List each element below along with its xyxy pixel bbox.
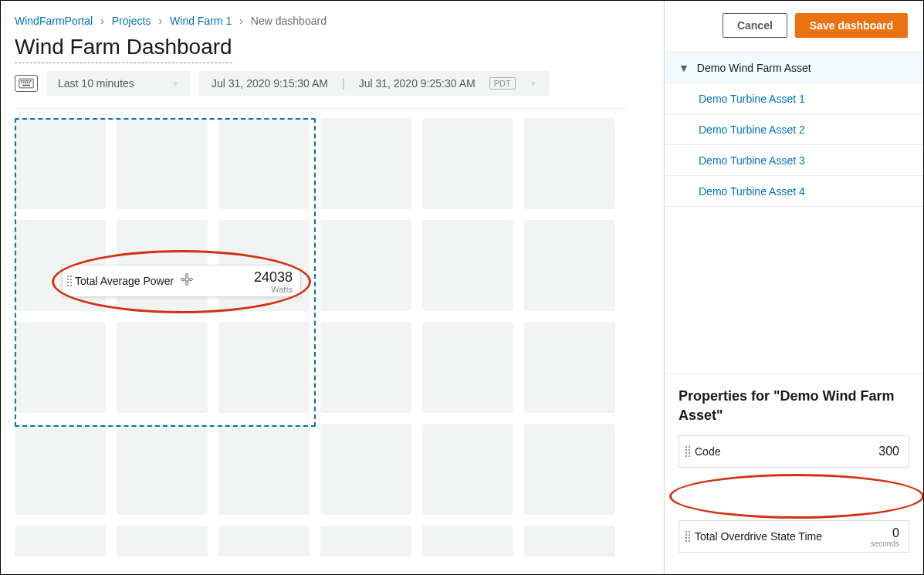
grid-cell[interactable]	[320, 526, 411, 556]
property-item-code[interactable]: Code 300	[679, 435, 909, 468]
grid-cell[interactable]	[320, 118, 411, 209]
cancel-button[interactable]: Cancel	[723, 13, 787, 38]
timezone-badge: PDT	[489, 77, 516, 90]
grid-cell[interactable]	[524, 220, 615, 311]
property-drag-placeholder	[679, 477, 909, 520]
grid-cell[interactable]	[524, 424, 615, 515]
asset-tree-item[interactable]: Demo Turbine Asset 4	[665, 176, 923, 207]
grid-cell[interactable]	[320, 424, 411, 515]
grid-cell[interactable]	[15, 322, 106, 413]
property-value: 300	[878, 445, 899, 458]
right-panel: Cancel Save dashboard ▼ Demo Wind Farm A…	[664, 1, 923, 574]
grid-cell[interactable]	[117, 424, 208, 515]
asset-tree-item[interactable]: Demo Turbine Asset 1	[665, 83, 923, 114]
keyboard-shortcuts-icon[interactable]	[15, 75, 38, 92]
breadcrumb-link-windfarm1[interactable]: Wind Farm 1	[170, 15, 232, 27]
move-cursor-icon	[180, 272, 194, 289]
dashboard-grid[interactable]: Total Average Power 24038 Watts	[15, 118, 647, 556]
grid-cell[interactable]	[524, 526, 615, 556]
property-unit: seconds	[871, 540, 899, 547]
asset-tree: ▼ Demo Wind Farm Asset Demo Turbine Asse…	[665, 52, 923, 207]
grid-cell[interactable]	[218, 424, 310, 515]
grid-cell[interactable]	[422, 220, 513, 311]
svg-rect-5	[29, 80, 30, 82]
collapse-triangle-icon[interactable]: ▼	[679, 62, 689, 74]
grid-cell[interactable]	[524, 322, 615, 413]
caret-down-icon: ▼	[171, 79, 179, 88]
time-range-controls: Last 10 minutes ▼ Jul 31, 2020 9:15:30 A…	[15, 71, 647, 96]
drag-handle-icon	[67, 276, 69, 286]
chevron-right-icon: ›	[158, 15, 162, 27]
range-start: Jul 31, 2020 9:15:30 AM	[212, 77, 328, 90]
asset-tree-item[interactable]: Demo Turbine Asset 3	[665, 145, 923, 176]
absolute-range-picker[interactable]: Jul 31, 2020 9:15:30 AM | Jul 31, 2020 9…	[199, 71, 550, 96]
svg-rect-9	[25, 82, 26, 83]
drag-handle-icon	[685, 531, 687, 542]
main-area: WindFarmPortal › Projects › Wind Farm 1 …	[1, 1, 664, 574]
grid-cell[interactable]	[422, 424, 513, 515]
grid-cell[interactable]	[422, 118, 513, 209]
grid-cell[interactable]	[524, 118, 615, 209]
properties-panel: Properties for "Demo Wind Farm Asset" Co…	[665, 374, 923, 574]
svg-rect-6	[30, 80, 32, 82]
panel-actions: Cancel Save dashboard	[665, 1, 923, 52]
properties-heading: Properties for "Demo Wind Farm Asset"	[679, 387, 909, 424]
svg-rect-2	[22, 80, 24, 82]
grid-cell[interactable]	[320, 220, 411, 311]
annotation-ellipse	[669, 474, 924, 519]
grid-cell[interactable]	[422, 526, 513, 556]
grid-cell[interactable]	[218, 322, 310, 413]
grid-cell[interactable]	[15, 424, 106, 515]
property-item-overdrive[interactable]: Total Overdrive State Time 0 seconds	[679, 520, 909, 553]
save-dashboard-button[interactable]: Save dashboard	[795, 13, 908, 38]
grid-cell[interactable]	[218, 118, 310, 209]
svg-rect-12	[22, 85, 30, 86]
dashboard-title-input[interactable]: Wind Farm Dashboard	[15, 35, 232, 63]
range-end: Jul 31, 2020 9:25:30 AM	[359, 77, 476, 90]
grid-cell[interactable]	[320, 322, 411, 413]
svg-rect-11	[29, 82, 30, 83]
chevron-right-icon: ›	[239, 15, 243, 27]
svg-rect-8	[23, 82, 25, 83]
grid-cell[interactable]	[218, 526, 310, 556]
asset-tree-root-label: Demo Wind Farm Asset	[697, 62, 811, 74]
chevron-right-icon: ›	[100, 15, 104, 27]
grid-cell[interactable]	[422, 322, 513, 413]
widget-label: Total Average Power	[75, 275, 174, 287]
dragged-property-widget[interactable]: Total Average Power 24038 Watts	[62, 265, 301, 297]
svg-rect-3	[25, 80, 26, 82]
grid-cell[interactable]	[15, 118, 106, 209]
drag-handle-icon	[685, 446, 687, 457]
svg-rect-4	[26, 80, 28, 82]
relative-range-select[interactable]: Last 10 minutes ▼	[47, 71, 190, 96]
property-name: Total Overdrive State Time	[695, 530, 822, 543]
relative-range-label: Last 10 minutes	[58, 77, 134, 90]
property-value: 0	[892, 526, 899, 539]
svg-rect-1	[21, 80, 22, 82]
svg-rect-10	[27, 82, 29, 83]
asset-tree-root[interactable]: ▼ Demo Wind Farm Asset	[665, 52, 923, 83]
property-name: Code	[695, 445, 720, 458]
grid-cell[interactable]	[15, 526, 106, 556]
asset-tree-item[interactable]: Demo Turbine Asset 2	[665, 114, 923, 145]
caret-down-icon: ▼	[530, 79, 537, 88]
widget-unit: Watts	[254, 286, 293, 293]
breadcrumb-link-portal[interactable]: WindFarmPortal	[15, 15, 93, 27]
breadcrumb: WindFarmPortal › Projects › Wind Farm 1 …	[15, 15, 647, 27]
grid-cell[interactable]	[117, 322, 208, 413]
breadcrumb-link-projects[interactable]: Projects	[112, 15, 151, 27]
range-separator: |	[342, 77, 345, 90]
svg-rect-7	[21, 82, 22, 83]
breadcrumb-current: New dashboard	[251, 15, 327, 27]
asset-tree-empty	[665, 207, 923, 374]
widget-value: 24038	[254, 269, 293, 285]
grid-cell[interactable]	[117, 118, 208, 209]
grid-cell[interactable]	[117, 526, 208, 556]
divider	[15, 108, 626, 109]
